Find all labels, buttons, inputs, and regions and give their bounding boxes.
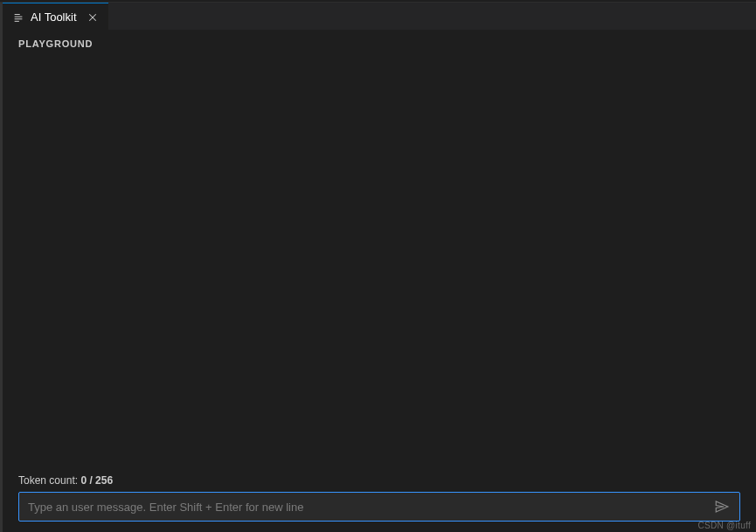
footer: Token count: 0 / 256 [3, 474, 756, 532]
token-count-label: Token count: [18, 474, 80, 487]
section-header: PLAYGROUND [3, 30, 756, 54]
send-icon [714, 499, 730, 515]
tab-title: AI Toolkit [31, 10, 77, 24]
content-area: PLAYGROUND Token count: 0 / 256 [0, 30, 756, 532]
token-count: Token count: 0 / 256 [18, 474, 740, 487]
document-icon [11, 10, 25, 24]
token-count-value: 0 / 256 [80, 474, 113, 487]
tab-ai-toolkit[interactable]: AI Toolkit [3, 3, 108, 31]
watermark: CSDN @ituff [697, 521, 751, 530]
section-title: PLAYGROUND [18, 38, 740, 49]
input-row [18, 492, 740, 522]
tab-bar: AI Toolkit [0, 2, 756, 30]
close-icon[interactable] [86, 10, 100, 24]
chat-area [3, 54, 756, 474]
message-input[interactable] [28, 493, 710, 521]
send-button[interactable] [710, 494, 734, 519]
